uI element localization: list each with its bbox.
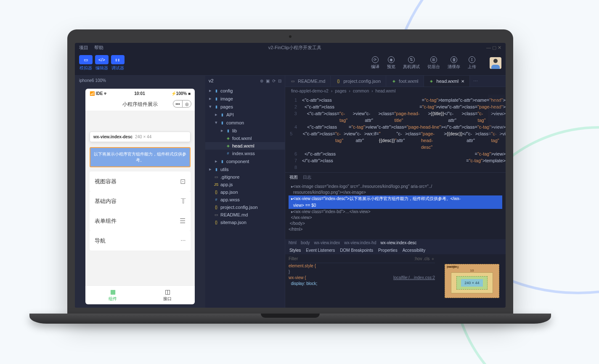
- dom-crumb[interactable]: wx-view.index-desc: [380, 240, 416, 245]
- tree-node[interactable]: JSapp.js: [205, 181, 285, 188]
- dom-crumb[interactable]: body: [301, 240, 310, 245]
- file-tree-panel: v2 ⊕ ▣ ⟳ ⊟ ▸▮config▸▮image▾▮pages▸▮API▾▮…: [205, 76, 285, 308]
- editor-tab[interactable]: {}project.config.json: [331, 76, 386, 87]
- minimap[interactable]: [488, 95, 505, 137]
- crumb-seg[interactable]: pages: [335, 89, 346, 93]
- box-model: margin 10 border padding 240 × 44: [438, 254, 506, 308]
- dom-crumb[interactable]: html: [289, 240, 297, 245]
- tool-真机调试[interactable]: ⇅真机调试: [403, 56, 420, 70]
- toolbar: ▭ </> ⫾⫾ 模拟器 编辑器 调试器 ⟳编译◉预览⇅真机调试⊞切后台🗑清缓存…: [75, 53, 506, 75]
- editor-area: ▭README.md{}project.config.json◈foot.wxm…: [285, 76, 506, 308]
- tree-node[interactable]: #index.wxss: [205, 150, 285, 157]
- crumb-seg[interactable]: head.wxml: [376, 89, 396, 93]
- mode-debugger-btn[interactable]: ⫾⫾: [111, 55, 125, 64]
- tree-node[interactable]: ▸▮lib: [205, 127, 285, 135]
- tool-预览[interactable]: ◉预览: [387, 56, 395, 70]
- collapse-icon[interactable]: ⊟: [278, 79, 281, 83]
- menu-help[interactable]: 帮助: [94, 45, 103, 51]
- phone-tab[interactable]: ▦组件: [85, 286, 140, 304]
- editor-tab[interactable]: ◈head.wxml✕: [424, 76, 470, 87]
- style-tab[interactable]: Properties: [378, 248, 398, 253]
- menu-item[interactable]: 表单组件☰: [90, 211, 191, 231]
- mode-editor-btn[interactable]: </>: [95, 55, 109, 64]
- tree-node[interactable]: ▾▮common: [205, 119, 285, 127]
- mode-debugger-label: 调试器: [111, 65, 124, 71]
- tree-node[interactable]: ◈foot.wxml: [205, 135, 285, 142]
- tree-node[interactable]: ▸▮image: [205, 95, 285, 103]
- simulator-device-label: iphone6 100%: [75, 76, 205, 85]
- laptop-frame: 项目 帮助 v2-FinClip小程序开发工具 — ▢ ✕ ▭ </> ⫾⫾ 模…: [67, 29, 513, 324]
- window-controls[interactable]: — ▢ ✕: [486, 45, 501, 50]
- tool-编译[interactable]: ⟳编译: [371, 56, 379, 70]
- mode-simulator-label: 模拟器: [80, 65, 92, 71]
- refresh-icon[interactable]: ⟳: [272, 79, 276, 83]
- phone-tab[interactable]: ◫接口: [140, 286, 195, 304]
- tree-node[interactable]: {}project.config.json: [205, 203, 285, 211]
- tree-node[interactable]: #app.wxss: [205, 196, 285, 203]
- highlight-overlay: 以下将展示小程序官方组件能力，组件样式仅供参考。: [90, 147, 191, 167]
- tree-node[interactable]: ▭README.md: [205, 211, 285, 219]
- tree-node[interactable]: ▸▮API: [205, 111, 285, 119]
- phone-status-time: 10:01: [134, 91, 145, 96]
- tree-node[interactable]: ▾▮pages: [205, 103, 285, 111]
- mode-editor-label: 编辑器: [95, 65, 108, 71]
- simulator-panel: iphone6 100% 📶 IDE ᯤ 10:01 ⚡100% ■ 小程序组件…: [75, 76, 205, 308]
- tree-node[interactable]: ◈head.wxml: [205, 142, 285, 150]
- menu-item[interactable]: 视图容器⊡: [90, 171, 191, 191]
- capsule-close-icon[interactable]: ◎: [182, 100, 191, 108]
- tool-切后台[interactable]: ⊞切后台: [427, 56, 440, 70]
- tree-node[interactable]: {}sitemap.json: [205, 219, 285, 226]
- style-tab[interactable]: Event Listeners: [306, 248, 335, 253]
- inspect-tooltip: wx-view.index-desc240 × 44: [90, 132, 191, 142]
- menu-project[interactable]: 项目: [79, 45, 88, 51]
- editor-tab[interactable]: ◈foot.wxml: [386, 76, 424, 87]
- tree-node[interactable]: ▭.gitignore: [205, 173, 285, 181]
- menu-item[interactable]: 导航ᐧᐧᐧ: [90, 231, 191, 251]
- mode-simulator-btn[interactable]: ▭: [79, 55, 93, 64]
- style-tab[interactable]: Accessibility: [403, 248, 425, 253]
- tree-node[interactable]: ▸▮utils: [205, 165, 285, 173]
- camera-dot: [289, 35, 292, 38]
- new-folder-icon[interactable]: ▣: [266, 79, 270, 83]
- avatar[interactable]: [490, 57, 501, 69]
- dom-crumb[interactable]: wx-view.index: [314, 240, 340, 245]
- tree-node[interactable]: ▸▮component: [205, 157, 285, 165]
- style-tab[interactable]: Styles: [289, 248, 301, 253]
- devtools-panel: 视图 日志 ▸<wx-image class="index-logo" src=…: [285, 172, 506, 308]
- phone-preview: 📶 IDE ᯤ 10:01 ⚡100% ■ 小程序组件展示 ••• ◎ wx-v…: [85, 89, 195, 304]
- devtools-tab-log[interactable]: 日志: [303, 174, 311, 180]
- tree-root-label: v2: [209, 78, 214, 83]
- tree-node[interactable]: ▸▮config: [205, 87, 285, 95]
- phone-status-right: ⚡100% ■: [171, 91, 191, 96]
- tabs-more-icon[interactable]: ⋯: [470, 79, 481, 84]
- menu-item[interactable]: 基础内容𝕋: [90, 191, 191, 211]
- styles-filter[interactable]: Filter: [289, 256, 298, 262]
- crumb-seg[interactable]: fino-applet-demo-v2: [291, 89, 329, 93]
- dom-crumb[interactable]: wx-view.index-hd: [344, 240, 376, 245]
- capsule-menu-icon[interactable]: •••: [173, 100, 182, 108]
- crumb-seg[interactable]: common: [353, 89, 369, 93]
- menubar: 项目 帮助 v2-FinClip小程序开发工具 — ▢ ✕: [75, 43, 506, 53]
- phone-page-title: 小程序组件展示: [122, 101, 158, 107]
- style-tab[interactable]: DOM Breakpoints: [340, 248, 373, 253]
- devtools-tab-view[interactable]: 视图: [289, 174, 298, 180]
- ide-window: 项目 帮助 v2-FinClip小程序开发工具 — ▢ ✕ ▭ </> ⫾⫾ 模…: [75, 43, 506, 308]
- styles-hov[interactable]: :hov .cls ＋: [414, 256, 435, 262]
- tree-node[interactable]: {}app.json: [205, 188, 285, 196]
- new-file-icon[interactable]: ⊕: [260, 79, 263, 83]
- tool-清缓存[interactable]: 🗑清缓存: [448, 56, 460, 70]
- editor-tab[interactable]: ▭README.md: [285, 76, 331, 87]
- window-title: v2-FinClip小程序开发工具: [268, 45, 322, 51]
- phone-status-left: 📶 IDE ᯤ: [90, 91, 108, 96]
- tool-上传[interactable]: ↥上传: [468, 56, 476, 70]
